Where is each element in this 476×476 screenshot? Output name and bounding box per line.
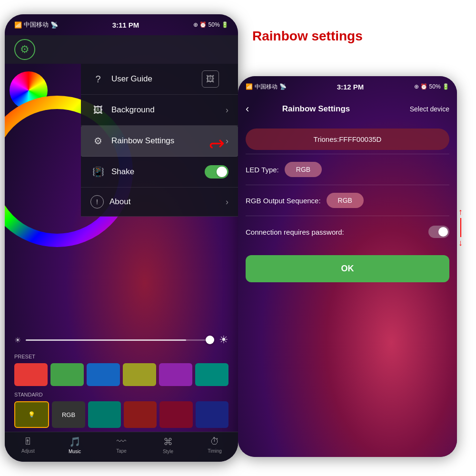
- page-background: Rainbow settings 📶 中国移动 📡 3:11 PM ⊕ ⏰ 50…: [0, 0, 476, 476]
- menu-item-background[interactable]: 🖼 Background ›: [81, 95, 238, 126]
- menu-label-shake: Shake: [111, 167, 134, 177]
- preset-swatches: [5, 361, 238, 390]
- separator-1: [246, 154, 449, 154]
- password-toggle[interactable]: [428, 226, 449, 238]
- standard-swatches: 💡 RGB: [5, 399, 238, 432]
- arrow-about: ›: [226, 197, 228, 207]
- page-title: Rainbow settings: [252, 29, 363, 44]
- signal-icon: 📶: [14, 21, 22, 29]
- separator-3: [246, 216, 449, 216]
- time-left: 3:11 PM: [112, 21, 139, 29]
- question-icon: ?: [90, 71, 106, 87]
- swatch-yellow[interactable]: [123, 363, 156, 386]
- swatch-teal[interactable]: [195, 363, 228, 386]
- password-toggle-knob: [438, 227, 448, 237]
- nav-music[interactable]: 🎵 Music: [51, 436, 98, 454]
- standard-dark-red-2[interactable]: [159, 401, 192, 428]
- standard-teal[interactable]: [88, 401, 121, 428]
- rgb-output-value[interactable]: RGB: [327, 193, 364, 208]
- standard-bulb[interactable]: 💡: [14, 401, 49, 428]
- menu-label-about: About: [109, 197, 130, 207]
- brightness-fill: [26, 339, 186, 341]
- music-icon: 🎵: [69, 436, 81, 447]
- nav-style[interactable]: ⌘ Style: [145, 436, 191, 454]
- phone-left: 📶 中国移动 📡 3:11 PM ⊕ ⏰ 50% 🔋 ⚙: [5, 14, 238, 462]
- standard-rgb[interactable]: RGB: [52, 401, 85, 428]
- nav-music-label: Music: [69, 449, 81, 454]
- password-label: Connection requires password:: [246, 228, 428, 236]
- brightness-row: ☀ ☀: [5, 328, 238, 352]
- adjust-icon: 🎚: [23, 436, 33, 447]
- led-type-label: LED Type:: [246, 166, 279, 174]
- background-icon: 🖼: [90, 102, 106, 118]
- standard-dark-red-1[interactable]: [124, 401, 157, 428]
- wifi-icon-left: 📡: [50, 21, 58, 29]
- image-icon: 🖼: [202, 70, 219, 88]
- double-arrow-indicator: ↑ ↓: [458, 207, 463, 248]
- device-name-pill[interactable]: Triones:FFFF00035D: [246, 129, 449, 150]
- time-right: 3:12 PM: [337, 83, 364, 91]
- standard-dark-blue[interactable]: [196, 401, 228, 428]
- menu-label-background: Background: [111, 105, 155, 115]
- about-icon: !: [90, 195, 104, 208]
- led-type-row: LED Type: RGB: [246, 156, 449, 183]
- status-bar-right: 📶 中国移动 📡 3:12 PM ⊕ ⏰ 50% 🔋: [238, 76, 457, 97]
- top-nav-right: ‹ Rainbow Settings Select device: [238, 97, 457, 121]
- password-row: Connection requires password:: [246, 218, 449, 246]
- brightness-thumb: [206, 336, 214, 344]
- swatch-red[interactable]: [14, 363, 48, 386]
- device-name-text: Triones:FFFF00035D: [314, 135, 382, 143]
- ok-button[interactable]: OK: [246, 255, 449, 282]
- swatch-green[interactable]: [50, 363, 84, 386]
- separator-2: [246, 185, 449, 185]
- shake-toggle[interactable]: [205, 165, 228, 178]
- select-device-button[interactable]: Select device: [410, 105, 449, 113]
- swatch-blue[interactable]: [87, 363, 120, 386]
- nav-title-right: Rainbow Settings: [238, 104, 406, 114]
- toggle-knob: [217, 167, 227, 177]
- status-right-left: ⊕ ⏰ 50% 🔋: [193, 21, 228, 28]
- menu-label-user-guide: User Guide: [111, 74, 152, 84]
- arrow-rainbow: ›: [226, 136, 228, 146]
- standard-label: STANDARD: [5, 390, 238, 399]
- brightness-track[interactable]: [26, 339, 214, 341]
- shake-icon: 📳: [90, 164, 106, 179]
- menu-label-rainbow-settings: Rainbow Settings: [111, 136, 174, 146]
- rgb-output-row: RGB Output Sequence: RGB: [246, 187, 449, 214]
- bottom-nav: 🎚 Adjust 🎵 Music 〰 Tape ⌘ Style ⏱ Ti: [5, 432, 238, 462]
- settings-content: Triones:FFFF00035D LED Type: RGB RGB Out…: [238, 121, 457, 290]
- nav-tape-label: Tape: [116, 448, 127, 454]
- battery-right: ⊕ ⏰ 50% 🔋: [414, 83, 449, 90]
- annotation-arrow: ↩: [208, 133, 225, 155]
- tape-icon: 〰: [117, 436, 126, 447]
- gear-icon[interactable]: ⚙: [14, 39, 35, 60]
- menu-item-shake[interactable]: 📳 Shake: [81, 157, 238, 188]
- brightness-max-icon: ☀: [219, 334, 228, 346]
- menu-item-user-guide[interactable]: ? User Guide 🖼: [81, 64, 238, 95]
- carrier-right: 📶 中国移动 📡: [246, 83, 287, 91]
- style-icon: ⌘: [163, 436, 173, 447]
- nav-style-label: Style: [163, 449, 173, 454]
- status-bar-left: 📶 中国移动 📡 3:11 PM ⊕ ⏰ 50% 🔋: [5, 14, 238, 35]
- brightness-min-icon: ☀: [14, 336, 21, 345]
- carrier-left: 📶 中国移动 📡: [14, 20, 58, 29]
- signal-icon-right: 📶: [246, 83, 253, 90]
- nav-timing-label: Timing: [208, 448, 222, 454]
- nav-adjust-label: Adjust: [21, 448, 35, 454]
- phone-bottom: ☀ ☀ PRESET STANDARD: [5, 328, 238, 462]
- rainbow-settings-icon: ⚙: [90, 133, 106, 149]
- nav-adjust[interactable]: 🎚 Adjust: [5, 436, 51, 454]
- menu-item-about[interactable]: ! About ›: [81, 188, 238, 217]
- rgb-output-label: RGB Output Sequence:: [246, 197, 321, 205]
- preset-label: PRESET: [5, 352, 238, 361]
- nav-timing[interactable]: ⏱ Timing: [191, 436, 238, 454]
- arrow-background: ›: [226, 105, 228, 115]
- swatch-purple[interactable]: [159, 363, 192, 386]
- battery-icons-left: ⊕ ⏰ 50% 🔋: [193, 21, 228, 28]
- wifi-icon-right: 📡: [279, 83, 287, 90]
- nav-tape[interactable]: 〰 Tape: [98, 436, 145, 454]
- top-bar-left: ⚙: [5, 35, 238, 64]
- phone-right: 📶 中国移动 📡 3:12 PM ⊕ ⏰ 50% 🔋 ‹ Rainbow Set…: [238, 76, 457, 457]
- timing-icon: ⏱: [210, 436, 219, 447]
- led-type-value[interactable]: RGB: [285, 162, 322, 177]
